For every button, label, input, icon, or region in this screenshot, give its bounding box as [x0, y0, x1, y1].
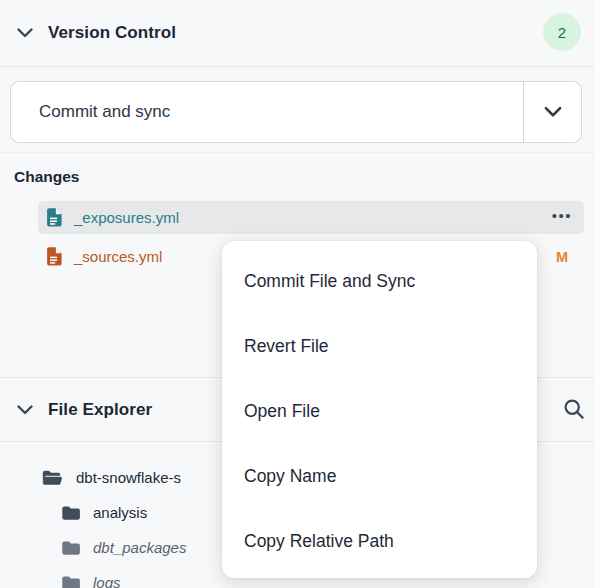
menu-item-copy-relative-path[interactable]: Copy Relative Path: [222, 509, 537, 574]
tree-item-label: dbt_packages: [93, 539, 186, 556]
changed-file-name: _sources.yml: [74, 248, 162, 265]
yml-file-icon: [47, 208, 62, 227]
changed-file-name: _exposures.yml: [74, 209, 179, 226]
tree-item-label: dbt-snowflake-s: [76, 469, 181, 486]
yml-file-icon: [47, 247, 62, 266]
modified-status-flag: M: [556, 249, 568, 265]
tree-item-label: logs: [93, 574, 121, 588]
folder-icon: [62, 541, 80, 555]
menu-item-copy-name[interactable]: Copy Name: [222, 444, 537, 509]
version-control-panel: Version Control 2 Commit and sync Change…: [0, 0, 600, 588]
folder-icon: [62, 506, 80, 520]
tree-item-label: analysis: [93, 504, 147, 521]
menu-item-revert-file[interactable]: Revert File: [222, 314, 537, 379]
menu-item-commit-file-and-sync[interactable]: Commit File and Sync: [222, 249, 537, 314]
changes-section-label: Changes: [14, 168, 79, 186]
search-icon: [562, 397, 586, 421]
folder-open-icon: [42, 470, 63, 485]
chevron-down-icon: [541, 100, 565, 124]
menu-item-open-file[interactable]: Open File: [222, 379, 537, 444]
scrollbar-track[interactable]: [593, 0, 600, 588]
changes-count-badge: 2: [543, 13, 581, 51]
divider: [0, 152, 600, 153]
version-control-title: Version Control: [48, 23, 176, 43]
changed-file-row-exposures[interactable]: _exposures.yml •••: [38, 201, 584, 234]
commit-action-dropdown[interactable]: Commit and sync: [10, 81, 582, 143]
more-actions-icon[interactable]: •••: [552, 208, 572, 227]
changes-count-value: 2: [558, 24, 566, 41]
file-context-menu: Commit File and Sync Revert File Open Fi…: [222, 241, 537, 578]
commit-action-caret-button[interactable]: [523, 82, 581, 142]
file-search-button[interactable]: [560, 395, 588, 423]
folder-icon: [62, 576, 80, 588]
chevron-down-icon[interactable]: [14, 22, 36, 44]
chevron-down-icon[interactable]: [14, 399, 36, 421]
commit-action-label[interactable]: Commit and sync: [11, 82, 523, 142]
version-control-header[interactable]: Version Control: [0, 0, 600, 66]
divider: [0, 66, 600, 67]
file-explorer-title: File Explorer: [48, 400, 152, 420]
